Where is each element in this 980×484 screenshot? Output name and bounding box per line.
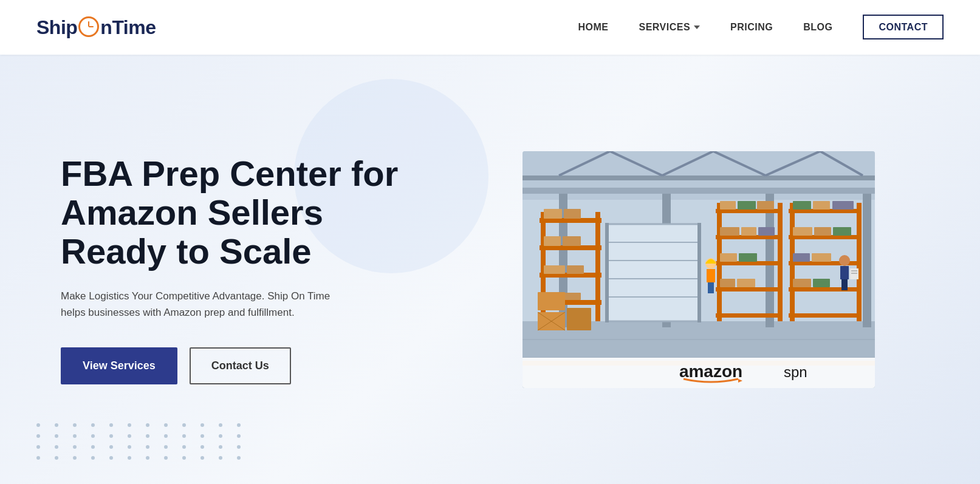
decorative-dot	[237, 445, 241, 449]
svg-rect-46	[716, 235, 779, 239]
contact-us-button[interactable]: Contact Us	[190, 347, 291, 384]
svg-rect-69	[814, 227, 831, 236]
nav-link-pricing[interactable]: PRICING	[730, 22, 773, 32]
svg-rect-96	[850, 268, 858, 279]
nav-item-services[interactable]: SERVICES	[639, 22, 700, 33]
svg-rect-36	[563, 236, 581, 246]
svg-rect-33	[544, 209, 562, 219]
svg-rect-58	[720, 227, 739, 236]
svg-rect-54	[789, 313, 858, 318]
svg-rect-25	[605, 223, 609, 322]
decorative-dot	[237, 456, 241, 460]
hero-buttons: View Services Contact Us	[61, 347, 437, 384]
svg-rect-90	[708, 282, 711, 293]
decorative-dot	[219, 456, 222, 460]
nav-link-blog[interactable]: BLOG	[803, 22, 832, 32]
svg-rect-45	[716, 209, 779, 213]
svg-rect-47	[716, 261, 779, 265]
nav-link-services[interactable]: SERVICES	[639, 22, 700, 33]
svg-rect-37	[544, 265, 565, 274]
decorative-dot	[73, 434, 77, 438]
decorative-dot	[128, 456, 131, 460]
warehouse-svg: amazon spn	[523, 151, 875, 388]
chevron-down-icon	[694, 26, 700, 29]
nav-item-home[interactable]: HOME	[578, 22, 608, 33]
hero-subtitle: Make Logistics Your Competitive Advantag…	[61, 288, 352, 321]
svg-rect-67	[832, 201, 854, 210]
svg-rect-51	[789, 235, 858, 239]
decorative-dot	[182, 456, 186, 460]
svg-rect-89	[707, 269, 715, 282]
decorative-dot	[128, 423, 131, 427]
svg-rect-62	[739, 253, 757, 262]
svg-rect-60	[758, 227, 775, 236]
decorative-dot	[164, 434, 168, 438]
svg-rect-38	[567, 265, 584, 274]
svg-rect-95	[845, 279, 848, 290]
decorative-dot	[200, 434, 204, 438]
decorative-dot	[109, 434, 113, 438]
decorative-dot	[146, 456, 149, 460]
decorative-dot	[91, 423, 95, 427]
decorative-dot	[219, 445, 222, 449]
warehouse-illustration: amazon spn	[523, 151, 875, 388]
svg-rect-12	[523, 176, 875, 180]
decorative-dot	[73, 445, 77, 449]
decorative-dot	[128, 434, 131, 438]
svg-rect-66	[813, 201, 830, 210]
svg-rect-34	[564, 209, 581, 219]
hero-image: amazon spn	[474, 151, 875, 388]
svg-rect-65	[793, 201, 811, 210]
decorative-dot	[164, 445, 168, 449]
svg-rect-19	[608, 224, 699, 321]
decorative-dot	[91, 445, 95, 449]
decorative-dot	[55, 423, 58, 427]
decorative-dot	[200, 423, 204, 427]
logo-text-ship: Ship	[36, 16, 77, 39]
svg-rect-100	[567, 308, 591, 330]
nav-link-contact[interactable]: CONTACT	[863, 15, 944, 39]
decorative-dot	[36, 456, 40, 460]
svg-rect-70	[833, 227, 851, 236]
svg-rect-61	[720, 253, 737, 262]
svg-point-92	[839, 255, 850, 266]
svg-rect-29	[540, 218, 601, 223]
logo[interactable]: Ship nTime	[36, 16, 156, 39]
decorative-dot	[219, 423, 222, 427]
hero-content: FBA Prep Center for Amazon Sellers Ready…	[61, 154, 437, 384]
dots-pattern: // Generate dots dynamically const dotsC…	[36, 423, 248, 460]
svg-rect-63	[720, 279, 735, 287]
svg-rect-64	[737, 279, 755, 287]
view-services-button[interactable]: View Services	[61, 347, 177, 384]
decorative-dot	[55, 445, 58, 449]
svg-rect-94	[841, 279, 845, 290]
svg-rect-40	[564, 293, 581, 300]
nav-link-home[interactable]: HOME	[578, 22, 608, 32]
nav-item-pricing[interactable]: PRICING	[730, 22, 773, 33]
decorative-dot	[91, 456, 95, 460]
decorative-dot	[109, 423, 113, 427]
svg-rect-59	[741, 227, 756, 236]
decorative-dot	[55, 456, 58, 460]
decorative-dot	[36, 423, 40, 427]
svg-rect-71	[793, 253, 810, 262]
decorative-dot	[73, 423, 77, 427]
svg-rect-73	[793, 279, 811, 287]
decorative-dot	[128, 445, 131, 449]
svg-rect-10	[863, 188, 871, 327]
svg-rect-50	[789, 209, 858, 213]
nav-item-contact[interactable]: CONTACT	[863, 22, 944, 33]
decorative-dot	[146, 445, 149, 449]
svg-rect-56	[738, 201, 756, 210]
svg-rect-72	[812, 253, 831, 262]
decorative-dot	[219, 434, 222, 438]
decorative-dot	[237, 434, 241, 438]
decorative-dot	[182, 445, 186, 449]
logo-clock-icon	[78, 16, 99, 37]
svg-rect-74	[813, 279, 830, 287]
decorative-dot	[182, 423, 186, 427]
decorative-dot	[182, 434, 186, 438]
nav-item-blog[interactable]: BLOG	[803, 22, 832, 33]
decorative-dot	[36, 445, 40, 449]
decorative-dot	[164, 423, 168, 427]
